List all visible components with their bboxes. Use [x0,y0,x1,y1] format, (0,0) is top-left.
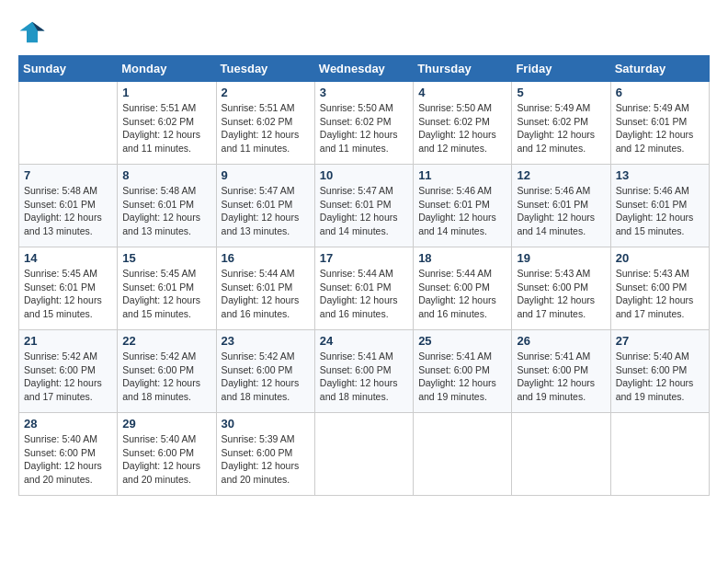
calendar-cell: 3Sunrise: 5:50 AM Sunset: 6:02 PM Daylig… [314,82,413,165]
day-number: 5 [517,86,605,99]
day-info: Sunrise: 5:42 AM Sunset: 6:00 PM Dayligh… [122,350,210,404]
calendar-cell: 11Sunrise: 5:46 AM Sunset: 6:01 PM Dayli… [414,165,512,247]
day-info: Sunrise: 5:41 AM Sunset: 6:00 PM Dayligh… [320,350,408,404]
calendar-cell [512,413,610,496]
day-number: 16 [222,251,310,265]
calendar-cell [414,413,512,496]
day-number: 1 [122,86,210,99]
day-info: Sunrise: 5:41 AM Sunset: 6:00 PM Dayligh… [517,350,605,404]
day-info: Sunrise: 5:43 AM Sunset: 6:00 PM Dayligh… [517,267,605,321]
day-info: Sunrise: 5:47 AM Sunset: 6:01 PM Dayligh… [222,184,310,238]
day-number: 23 [222,334,310,348]
day-number: 13 [616,168,704,182]
day-info: Sunrise: 5:46 AM Sunset: 6:01 PM Dayligh… [616,184,704,238]
day-number: 22 [122,334,210,348]
calendar-cell: 19Sunrise: 5:43 AM Sunset: 6:00 PM Dayli… [512,247,610,330]
calendar-cell [19,82,118,165]
calendar-cell: 7Sunrise: 5:48 AM Sunset: 6:01 PM Daylig… [19,165,118,247]
calendar-week-row: 1Sunrise: 5:51 AM Sunset: 6:02 PM Daylig… [19,82,710,165]
col-header-thursday: Thursday [414,56,512,82]
day-info: Sunrise: 5:45 AM Sunset: 6:01 PM Dayligh… [122,267,210,321]
day-info: Sunrise: 5:48 AM Sunset: 6:01 PM Dayligh… [24,184,112,238]
day-number: 25 [418,334,506,348]
day-info: Sunrise: 5:47 AM Sunset: 6:01 PM Dayligh… [320,184,408,238]
day-number: 15 [122,251,210,265]
calendar-cell: 1Sunrise: 5:51 AM Sunset: 6:02 PM Daylig… [118,82,216,165]
day-info: Sunrise: 5:43 AM Sunset: 6:00 PM Dayligh… [616,267,704,321]
day-info: Sunrise: 5:42 AM Sunset: 6:00 PM Dayligh… [222,350,310,404]
day-info: Sunrise: 5:41 AM Sunset: 6:00 PM Dayligh… [418,350,506,404]
logo-bird-icon [18,18,46,46]
day-info: Sunrise: 5:39 AM Sunset: 6:00 PM Dayligh… [222,432,310,487]
col-header-wednesday: Wednesday [314,56,413,82]
day-number: 4 [418,86,506,99]
day-info: Sunrise: 5:49 AM Sunset: 6:02 PM Dayligh… [517,101,605,155]
calendar-cell: 9Sunrise: 5:47 AM Sunset: 6:01 PM Daylig… [216,165,314,247]
day-number: 12 [517,168,605,182]
day-number: 28 [24,417,112,431]
calendar-week-row: 28Sunrise: 5:40 AM Sunset: 6:00 PM Dayli… [19,413,710,496]
day-info: Sunrise: 5:44 AM Sunset: 6:00 PM Dayligh… [418,267,506,321]
calendar-cell: 23Sunrise: 5:42 AM Sunset: 6:00 PM Dayli… [216,330,314,413]
calendar-cell: 30Sunrise: 5:39 AM Sunset: 6:00 PM Dayli… [216,413,314,496]
calendar-cell: 18Sunrise: 5:44 AM Sunset: 6:00 PM Dayli… [414,247,512,330]
col-header-sunday: Sunday [19,56,118,82]
day-number: 27 [616,334,704,348]
day-number: 20 [616,251,704,265]
day-number: 9 [222,168,310,182]
day-number: 17 [320,251,408,265]
day-info: Sunrise: 5:50 AM Sunset: 6:02 PM Dayligh… [418,101,506,155]
day-number: 18 [418,251,506,265]
day-number: 26 [517,334,605,348]
day-number: 8 [122,168,210,182]
calendar-cell: 15Sunrise: 5:45 AM Sunset: 6:01 PM Dayli… [118,247,216,330]
calendar-cell: 26Sunrise: 5:41 AM Sunset: 6:00 PM Dayli… [512,330,610,413]
calendar-cell: 2Sunrise: 5:51 AM Sunset: 6:02 PM Daylig… [216,82,314,165]
calendar-cell: 10Sunrise: 5:47 AM Sunset: 6:01 PM Dayli… [314,165,413,247]
day-info: Sunrise: 5:46 AM Sunset: 6:01 PM Dayligh… [517,184,605,238]
day-info: Sunrise: 5:51 AM Sunset: 6:02 PM Dayligh… [122,101,210,155]
logo [18,18,50,46]
calendar-cell: 22Sunrise: 5:42 AM Sunset: 6:00 PM Dayli… [118,330,216,413]
calendar-cell: 29Sunrise: 5:40 AM Sunset: 6:00 PM Dayli… [118,413,216,496]
day-info: Sunrise: 5:50 AM Sunset: 6:02 PM Dayligh… [320,101,408,155]
calendar-cell: 20Sunrise: 5:43 AM Sunset: 6:00 PM Dayli… [610,247,709,330]
day-number: 19 [517,251,605,265]
calendar-cell: 25Sunrise: 5:41 AM Sunset: 6:00 PM Dayli… [414,330,512,413]
calendar-cell [610,413,709,496]
calendar-header-row: SundayMondayTuesdayWednesdayThursdayFrid… [19,56,710,82]
day-info: Sunrise: 5:46 AM Sunset: 6:01 PM Dayligh… [418,184,506,238]
calendar-cell: 13Sunrise: 5:46 AM Sunset: 6:01 PM Dayli… [610,165,709,247]
calendar-table: SundayMondayTuesdayWednesdayThursdayFrid… [18,55,710,496]
day-info: Sunrise: 5:40 AM Sunset: 6:00 PM Dayligh… [122,432,210,487]
page-header [18,18,710,46]
day-number: 14 [24,251,112,265]
day-info: Sunrise: 5:40 AM Sunset: 6:00 PM Dayligh… [24,432,112,487]
calendar-cell: 27Sunrise: 5:40 AM Sunset: 6:00 PM Dayli… [610,330,709,413]
calendar-cell: 14Sunrise: 5:45 AM Sunset: 6:01 PM Dayli… [19,247,118,330]
day-info: Sunrise: 5:49 AM Sunset: 6:01 PM Dayligh… [616,101,704,155]
day-number: 11 [418,168,506,182]
col-header-friday: Friday [512,56,610,82]
day-number: 6 [616,86,704,99]
calendar-week-row: 21Sunrise: 5:42 AM Sunset: 6:00 PM Dayli… [19,330,710,413]
day-number: 2 [222,86,310,99]
calendar-cell: 4Sunrise: 5:50 AM Sunset: 6:02 PM Daylig… [414,82,512,165]
day-number: 10 [320,168,408,182]
calendar-cell: 24Sunrise: 5:41 AM Sunset: 6:00 PM Dayli… [314,330,413,413]
calendar-cell: 28Sunrise: 5:40 AM Sunset: 6:00 PM Dayli… [19,413,118,496]
day-number: 21 [24,334,112,348]
calendar-cell: 5Sunrise: 5:49 AM Sunset: 6:02 PM Daylig… [512,82,610,165]
calendar-cell: 16Sunrise: 5:44 AM Sunset: 6:01 PM Dayli… [216,247,314,330]
day-info: Sunrise: 5:51 AM Sunset: 6:02 PM Dayligh… [222,101,310,155]
calendar-cell: 6Sunrise: 5:49 AM Sunset: 6:01 PM Daylig… [610,82,709,165]
day-info: Sunrise: 5:45 AM Sunset: 6:01 PM Dayligh… [24,267,112,321]
calendar-cell: 12Sunrise: 5:46 AM Sunset: 6:01 PM Dayli… [512,165,610,247]
day-number: 24 [320,334,408,348]
col-header-tuesday: Tuesday [216,56,314,82]
calendar-cell: 8Sunrise: 5:48 AM Sunset: 6:01 PM Daylig… [118,165,216,247]
day-number: 3 [320,86,408,99]
day-info: Sunrise: 5:42 AM Sunset: 6:00 PM Dayligh… [24,350,112,404]
col-header-monday: Monday [118,56,216,82]
col-header-saturday: Saturday [610,56,709,82]
